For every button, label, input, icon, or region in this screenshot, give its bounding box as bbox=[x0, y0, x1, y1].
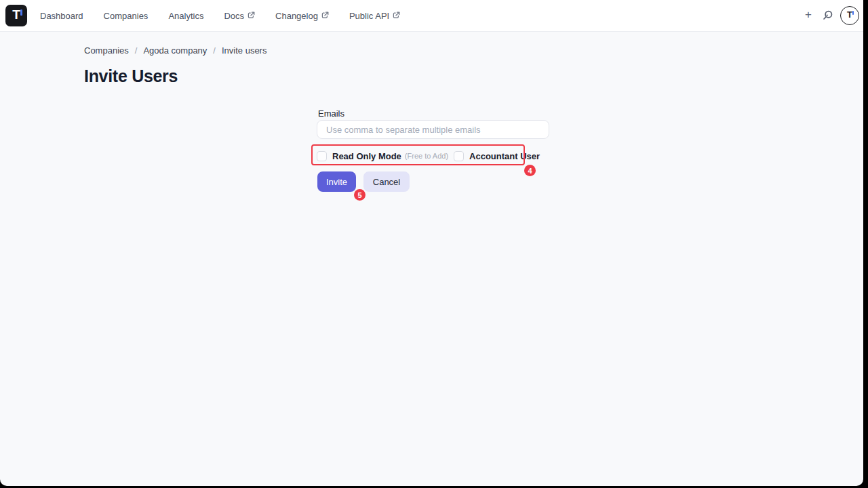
nav-docs-label: Docs bbox=[224, 11, 244, 21]
breadcrumb-companies[interactable]: Companies bbox=[84, 45, 129, 56]
nav-analytics-label: Analytics bbox=[168, 11, 203, 21]
breadcrumb-separator: / bbox=[135, 45, 138, 56]
avatar-blue-tick bbox=[852, 11, 854, 15]
nav-changelog[interactable]: Changelog bbox=[275, 11, 329, 21]
nav-changelog-label: Changelog bbox=[275, 11, 318, 21]
breadcrumb-separator: / bbox=[213, 45, 216, 56]
role-checkbox-row: Read Only Mode (Free to Add) Accountant … bbox=[317, 150, 540, 162]
cancel-button[interactable]: Cancel bbox=[363, 171, 410, 192]
nav-analytics[interactable]: Analytics bbox=[168, 11, 203, 21]
breadcrumb: Companies / Agoda company / Invite users bbox=[84, 45, 267, 56]
add-button[interactable]: + bbox=[800, 7, 816, 23]
search-icon bbox=[821, 13, 834, 24]
logo-blue-tick bbox=[20, 9, 22, 16]
read-only-mode-label[interactable]: Read Only Mode bbox=[332, 151, 401, 161]
annotation-step-badge-4: 4 bbox=[524, 165, 536, 176]
invite-button[interactable]: Invite bbox=[317, 171, 356, 192]
breadcrumb-agoda-company[interactable]: Agoda company bbox=[143, 45, 207, 56]
app-logo[interactable]: T bbox=[5, 5, 27, 26]
nav-companies-label: Companies bbox=[104, 11, 149, 21]
nav-dashboard-label: Dashboard bbox=[40, 11, 83, 21]
emails-input[interactable] bbox=[317, 120, 549, 139]
external-link-icon bbox=[321, 11, 329, 21]
read-only-mode-hint: (Free to Add) bbox=[405, 152, 448, 160]
plus-icon: + bbox=[805, 8, 812, 22]
external-link-icon bbox=[248, 11, 255, 21]
page-title: Invite Users bbox=[84, 66, 178, 86]
emails-label: Emails bbox=[318, 108, 344, 119]
external-link-icon bbox=[393, 11, 400, 21]
nav-public-api[interactable]: Public API bbox=[349, 11, 400, 21]
accountant-user-label[interactable]: Accountant User bbox=[469, 151, 540, 161]
breadcrumb-invite-users[interactable]: Invite users bbox=[222, 45, 267, 56]
annotation-step-badge-5: 5 bbox=[354, 189, 366, 201]
nav-dashboard[interactable]: Dashboard bbox=[40, 11, 83, 21]
read-only-mode-checkbox[interactable] bbox=[317, 151, 327, 161]
search-button[interactable] bbox=[821, 9, 834, 22]
nav-companies[interactable]: Companies bbox=[104, 11, 149, 21]
top-navigation-bar: T Dashboard Companies Analytics Docs bbox=[0, 0, 863, 32]
nav-docs[interactable]: Docs bbox=[224, 11, 255, 21]
logo-letter: T bbox=[5, 7, 27, 22]
avatar-letter: T bbox=[841, 9, 859, 20]
account-avatar[interactable]: T bbox=[840, 6, 859, 25]
accountant-user-checkbox[interactable] bbox=[454, 151, 464, 161]
app-window: T Dashboard Companies Analytics Docs bbox=[0, 0, 863, 486]
main-nav: Dashboard Companies Analytics Docs bbox=[40, 0, 400, 32]
nav-public-api-label: Public API bbox=[349, 11, 389, 21]
